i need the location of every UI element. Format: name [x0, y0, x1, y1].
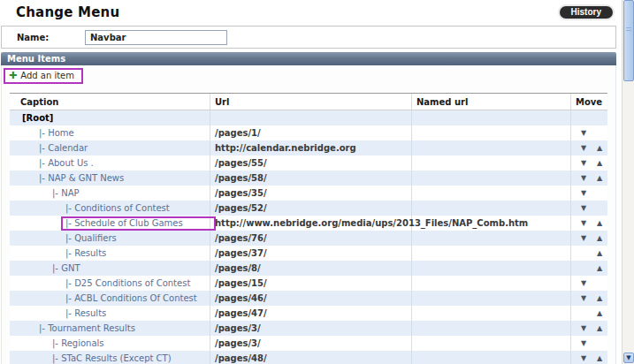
move-up-icon[interactable]: ▲: [592, 295, 607, 302]
scrollbar-thumb[interactable]: [623, 0, 634, 81]
menu-item-caption-link[interactable]: |- About Us .: [39, 158, 94, 168]
move-up-icon[interactable]: ▲: [592, 310, 607, 317]
menu-item-url: /pages/37/: [215, 248, 267, 258]
caption-cell: |- About Us .: [39, 158, 94, 168]
table-row: |- D25 Conditions of Contest /pages/15/ …: [10, 276, 607, 291]
move-down-icon[interactable]: ▼: [576, 145, 592, 152]
menu-item-url: /pages/46/: [215, 293, 267, 303]
page-title: Change Menu: [16, 4, 119, 20]
column-header-caption: Caption: [10, 94, 210, 110]
caption-cell: |- STaC Results (Except CT): [52, 353, 172, 363]
scroll-down-button[interactable]: ▼: [623, 353, 634, 363]
table-row: |- Conditions of Contest /pages/52/ ▼ ▲: [10, 201, 607, 216]
move-up-icon[interactable]: ▲: [592, 355, 607, 362]
menu-item-caption-link[interactable]: |- Home: [39, 128, 74, 138]
column-header-move: Move: [571, 94, 607, 110]
menu-item-named-url: [412, 110, 571, 125]
caption-cell: |- Regionals: [52, 338, 104, 348]
move-down-icon[interactable]: ▼: [576, 280, 592, 287]
menu-item-url: /pages/48/: [215, 353, 267, 363]
caption-cell: |- Home: [39, 128, 74, 138]
menu-item-named-url: [412, 216, 571, 231]
move-down-icon[interactable]: ▼: [576, 130, 592, 137]
move-down-icon[interactable]: ▼: [576, 160, 592, 167]
menu-item-named-url: [412, 276, 571, 291]
menu-item-caption-link[interactable]: |- Results: [65, 308, 106, 318]
name-input[interactable]: [85, 30, 227, 45]
table-body: [Root] ▼ ▲ |- Home /pages/1/ ▼ ▲ |- Cale…: [10, 110, 607, 364]
menu-item-named-url: [412, 171, 571, 186]
table-row: |- ACBL Conditions Of Contest /pages/46/…: [10, 291, 607, 306]
move-down-icon[interactable]: ▼: [576, 190, 592, 197]
menu-item-url: /pages/35/: [215, 188, 267, 198]
menu-item-named-url: [412, 261, 571, 276]
menu-item-named-url: [412, 186, 571, 201]
menu-item-caption-link[interactable]: |- NAP & GNT News: [39, 173, 124, 183]
table-row: |- Qualifiers /pages/76/ ▼ ▲: [10, 231, 607, 246]
caption-cell: |- D25 Conditions of Contest: [65, 278, 190, 288]
move-down-icon[interactable]: ▼: [576, 355, 592, 362]
table-row: |- Results /pages/37/ ▼ ▲: [10, 246, 607, 261]
menu-item-url: /pages/1/: [215, 128, 261, 138]
caption-cell: |- Tournament Results: [39, 323, 135, 333]
move-up-icon[interactable]: ▲: [592, 235, 607, 242]
move-down-icon[interactable]: ▼: [576, 175, 592, 182]
move-up-icon[interactable]: ▲: [592, 220, 607, 227]
menu-item-caption-link[interactable]: |- Calendar: [39, 143, 88, 153]
menu-item-url: /pages/3/: [215, 338, 261, 348]
menu-item-url: /pages/47/: [215, 308, 267, 318]
menu-item-caption-link[interactable]: |- NAP: [52, 188, 80, 198]
table-row: |- Tournament Results /pages/3/ ▼ ▲: [10, 321, 607, 336]
menu-item-caption-link[interactable]: |- GNT: [52, 263, 80, 273]
move-down-icon[interactable]: ▼: [576, 340, 592, 347]
move-down-icon[interactable]: ▼: [576, 235, 592, 242]
menu-item-caption-link[interactable]: |- Conditions of Contest: [65, 203, 170, 213]
move-up-icon[interactable]: ▲: [592, 160, 607, 167]
menu-item-named-url: [412, 246, 571, 261]
plus-icon: ✚: [9, 72, 17, 80]
move-up-icon[interactable]: ▲: [592, 325, 607, 332]
move-up-icon[interactable]: ▲: [592, 250, 607, 257]
move-down-icon[interactable]: ▼: [576, 205, 592, 212]
annotation-highlight-add-item: ✚ Add an item: [4, 68, 83, 84]
menu-item-named-url: [412, 306, 571, 321]
menu-item-named-url: [412, 291, 571, 306]
move-down-icon[interactable]: ▼: [576, 295, 592, 302]
move-down-icon[interactable]: ▼: [576, 325, 592, 332]
table-row: |- Results /pages/47/ ▼ ▲: [10, 306, 607, 321]
chevron-down-icon: ▼: [626, 354, 630, 361]
table-row: |- About Us . /pages/55/ ▼ ▲: [10, 155, 607, 171]
column-header-named-url: Named url: [412, 94, 571, 110]
menu-item-url: /pages/52/: [215, 203, 267, 213]
move-up-icon[interactable]: ▲: [592, 265, 607, 272]
table-row: |- Calendar http://calendar.nebridge.org…: [10, 140, 607, 155]
menu-item-url: http://calendar.nebridge.org: [215, 143, 356, 153]
menu-item-caption-link[interactable]: |- Schedule of Club Games: [65, 218, 183, 228]
menu-item-named-url: [412, 336, 571, 351]
menu-item-caption-link[interactable]: |- ACBL Conditions Of Contest: [65, 293, 197, 303]
menu-item-caption-link[interactable]: |- Results: [65, 248, 106, 258]
caption-cell: |- Results: [65, 308, 106, 318]
table-row: |- GNT /pages/8/ ▼ ▲: [10, 261, 607, 276]
history-button[interactable]: History: [560, 6, 613, 19]
table-row: |- Home /pages/1/ ▼ ▲: [10, 125, 607, 140]
name-label: Name:: [17, 33, 49, 42]
move-up-icon[interactable]: ▲: [592, 175, 607, 182]
menu-item-caption-link[interactable]: |- Qualifiers: [65, 233, 117, 243]
annotation-highlight-caption: |- Schedule of Club Games: [61, 216, 216, 231]
menu-item-url: /pages/15/: [215, 278, 267, 288]
menu-items-table: Caption Url Named url Move [Root] ▼ ▲ |-…: [10, 93, 607, 364]
caption-cell: |- GNT: [52, 263, 80, 273]
menu-item-url: /pages/55/: [215, 158, 267, 168]
vertical-scrollbar[interactable]: ▼: [622, 0, 634, 364]
menu-item-url: /pages/8/: [215, 263, 261, 273]
menu-item-caption-link[interactable]: |- Tournament Results: [39, 323, 135, 333]
add-item-label: Add an item: [20, 71, 74, 80]
menu-item-caption-link[interactable]: |- Regionals: [52, 338, 104, 348]
move-up-icon[interactable]: ▲: [592, 145, 607, 152]
move-down-icon[interactable]: ▼: [576, 220, 592, 227]
add-item-button[interactable]: ✚ Add an item: [9, 71, 74, 80]
scrollbar-grip-icon: [626, 27, 631, 33]
menu-item-caption-link[interactable]: |- STaC Results (Except CT): [52, 353, 172, 363]
menu-item-caption-link[interactable]: |- D25 Conditions of Contest: [65, 278, 190, 288]
